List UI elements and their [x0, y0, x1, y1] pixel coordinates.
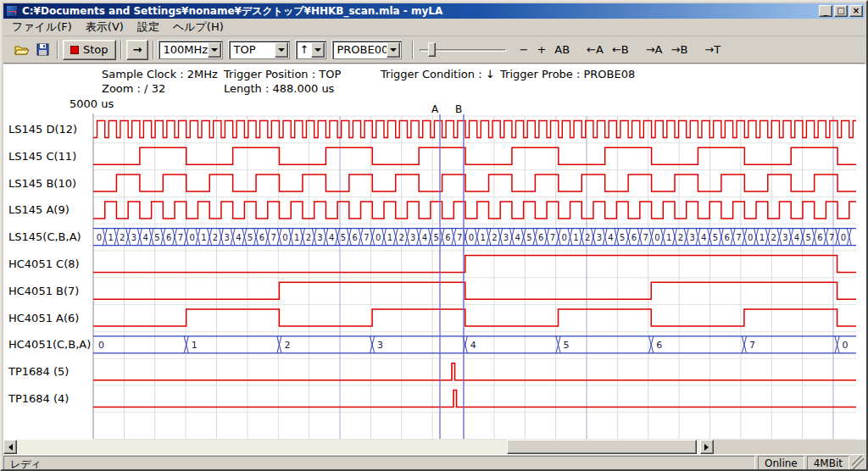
- scroll-left-button[interactable]: [3, 440, 17, 454]
- titlebar: C:¥Documents and Settings¥noname¥デスクトップ¥…: [3, 3, 865, 19]
- menu-settings[interactable]: 設定: [131, 18, 166, 36]
- length-info: Length : 488.000 us: [224, 82, 334, 95]
- save-button[interactable]: [32, 41, 53, 59]
- trigger-condition-info: Trigger Condition : ↓: [381, 68, 495, 80]
- zoom-in-button[interactable]: +: [532, 41, 550, 58]
- horizontal-scrollbar[interactable]: [3, 440, 714, 454]
- time-scale-label: 5000 us: [70, 97, 114, 110]
- chevron-down-icon[interactable]: [311, 42, 325, 58]
- stop-label: Stop: [83, 43, 108, 56]
- scroll-right-button[interactable]: [700, 440, 714, 454]
- clock-select-value: 100MHz: [159, 43, 208, 56]
- clock-select[interactable]: 100MHz: [159, 41, 223, 59]
- status-memory: 4MBit: [807, 456, 849, 470]
- toolbar-separator: [153, 41, 154, 59]
- waveform-panel: Sample Clock : 2MHz Trigger Position : T…: [3, 64, 868, 440]
- toolbar-separator: [120, 41, 122, 59]
- minimize-button[interactable]: _: [819, 5, 832, 17]
- toolbar-separator: [57, 41, 58, 59]
- probe-select[interactable]: PROBE00: [332, 41, 402, 59]
- open-button[interactable]: [12, 41, 32, 59]
- app-window: C:¥Documents and Settings¥noname¥デスクトップ¥…: [0, 0, 868, 471]
- status-ready: レディ: [3, 456, 755, 470]
- chevron-down-icon[interactable]: [208, 42, 221, 58]
- window-title: C:¥Documents and Settings¥noname¥デスクトップ¥…: [20, 4, 819, 19]
- maximize-button[interactable]: □: [834, 5, 848, 17]
- stop-icon: [70, 46, 79, 54]
- status-online: Online: [758, 456, 804, 470]
- toolbar-separator: [412, 41, 414, 59]
- move-right-to-b-button[interactable]: →B: [667, 41, 693, 58]
- zoom-info: Zoom : / 32: [102, 82, 165, 95]
- toolbar: Stop → 100MHz TOP ↑ PROBE00 − + AB ←A ←B: [3, 36, 865, 64]
- open-folder-icon: [14, 44, 30, 56]
- window-controls: _ □ ×: [819, 5, 863, 17]
- trigger-position-select[interactable]: TOP: [229, 41, 290, 59]
- probe-select-value: PROBE00: [333, 43, 387, 56]
- trigger-probe-info: Trigger Probe : PROBE08: [500, 68, 635, 80]
- close-button[interactable]: ×: [849, 5, 863, 17]
- trigger-position-info: Trigger Position : TOP: [224, 68, 341, 80]
- resize-grip[interactable]: [852, 456, 864, 470]
- chevron-down-icon[interactable]: [275, 42, 288, 58]
- zoom-ab-button[interactable]: AB: [550, 41, 574, 58]
- trigger-edge-value: ↑: [297, 43, 311, 56]
- chevron-down-icon[interactable]: [387, 42, 400, 58]
- triangle-right-icon: [704, 444, 712, 451]
- floppy-icon: [36, 43, 49, 56]
- zoom-slider-handle[interactable]: [428, 42, 436, 57]
- trigger-position-value: TOP: [230, 43, 275, 56]
- menubar: ファイル(F) 表示(V) 設定 ヘルプ(H): [3, 19, 865, 36]
- menu-file[interactable]: ファイル(F): [5, 18, 79, 36]
- triangle-left-icon: [5, 444, 13, 451]
- stop-button[interactable]: Stop: [63, 40, 116, 60]
- move-left-to-b-button[interactable]: ←B: [608, 41, 633, 58]
- zoom-slider[interactable]: [418, 41, 508, 59]
- menu-view[interactable]: 表示(V): [79, 18, 131, 36]
- trigger-edge-select[interactable]: ↑: [296, 41, 326, 59]
- move-right-to-a-button[interactable]: →A: [642, 41, 667, 58]
- zoom-out-button[interactable]: −: [515, 41, 532, 58]
- statusbar: レディ Online 4MBit: [3, 454, 865, 471]
- goto-trigger-button[interactable]: →T: [700, 41, 725, 58]
- move-left-to-a-button[interactable]: ←A: [582, 41, 608, 58]
- app-icon: [6, 5, 18, 17]
- menu-help[interactable]: ヘルプ(H): [166, 18, 231, 36]
- hscroll-thumb[interactable]: [507, 440, 697, 454]
- run-button[interactable]: →: [126, 40, 149, 60]
- sample-clock-info: Sample Clock : 2MHz: [102, 68, 218, 80]
